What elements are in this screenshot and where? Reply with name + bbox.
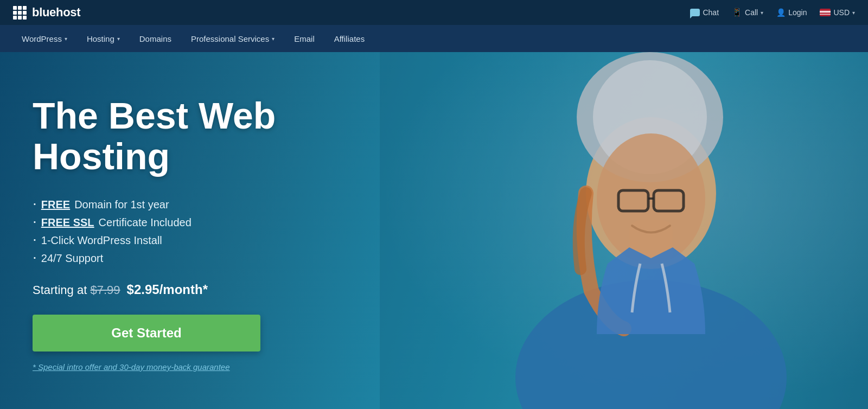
nav-domains[interactable]: Domains — [131, 29, 180, 49]
currency-label: USD — [833, 8, 850, 17]
nav-domains-label: Domains — [139, 34, 171, 43]
currency-selector[interactable]: USD ▾ — [820, 8, 855, 17]
nav-wordpress-label: WordPress — [22, 34, 62, 43]
original-price: $7.99 — [90, 283, 120, 297]
currency-chevron-icon: ▾ — [852, 10, 855, 16]
wordpress-chevron-icon: ▾ — [65, 36, 67, 42]
flag-icon — [820, 9, 831, 16]
feature-free-domain: FREE Domain for 1st year — [33, 199, 380, 211]
nav-bar: WordPress ▾ Hosting ▾ Domains Profession… — [0, 25, 868, 52]
chat-label: Chat — [703, 8, 719, 17]
feature-free-ssl-text: Certificate Included — [99, 216, 192, 229]
hero-title: The Best Web Hosting — [33, 95, 380, 177]
disclaimer-text[interactable]: * Special intro offer and 30-day money-b… — [33, 362, 380, 372]
hero-section: The Best Web Hosting FREE Domain for 1st… — [0, 52, 868, 409]
feature-wordpress-install: 1-Click WordPress Install — [33, 234, 380, 247]
sale-price: $2.95/month* — [127, 282, 208, 297]
hero-person-image — [380, 52, 868, 409]
nav-professional-services-label: Professional Services — [191, 34, 269, 43]
feature-wordpress-text: 1-Click WordPress Install — [41, 234, 162, 247]
nav-affiliates-label: Affiliates — [334, 34, 365, 43]
call-chevron-icon: ▾ — [761, 10, 763, 16]
feature-support: 24/7 Support — [33, 252, 380, 265]
brand-area: bluehost — [13, 5, 80, 20]
hero-features-list: FREE Domain for 1st year FREE SSL Certif… — [33, 199, 380, 265]
nav-email-label: Email — [294, 34, 315, 43]
login-label: Login — [788, 8, 807, 17]
hero-content: The Best Web Hosting FREE Domain for 1st… — [0, 52, 412, 409]
call-label: Call — [745, 8, 758, 17]
chat-icon — [690, 9, 700, 16]
price-starting-label: Starting at — [33, 283, 87, 297]
login-link[interactable]: 👤 Login — [776, 8, 807, 17]
nav-hosting[interactable]: Hosting ▾ — [78, 29, 129, 49]
feature-support-text: 24/7 Support — [41, 252, 104, 265]
chat-link[interactable]: Chat — [690, 8, 719, 17]
user-icon: 👤 — [776, 8, 786, 17]
nav-hosting-label: Hosting — [87, 34, 114, 43]
professional-services-chevron-icon: ▾ — [272, 36, 275, 42]
nav-email[interactable]: Email — [285, 29, 323, 49]
feature-free-domain-free: FREE — [41, 199, 70, 211]
get-started-button[interactable]: Get Started — [33, 315, 260, 352]
logo-grid-icon — [13, 6, 27, 20]
nav-affiliates[interactable]: Affiliates — [326, 29, 373, 49]
top-bar: bluehost Chat 📱 Call ▾ 👤 Login USD ▾ — [0, 0, 868, 25]
feature-free-ssl-free: FREE SSL — [41, 216, 94, 229]
feature-free-domain-text: Domain for 1st year — [74, 199, 169, 211]
phone-icon: 📱 — [732, 8, 742, 17]
top-bar-actions: Chat 📱 Call ▾ 👤 Login USD ▾ — [690, 8, 855, 17]
nav-professional-services[interactable]: Professional Services ▾ — [182, 29, 283, 49]
nav-wordpress[interactable]: WordPress ▾ — [13, 29, 76, 49]
hosting-chevron-icon: ▾ — [117, 36, 120, 42]
call-link[interactable]: 📱 Call ▾ — [732, 8, 763, 17]
hero-pricing: Starting at $7.99 $2.95/month* — [33, 282, 380, 297]
feature-free-ssl: FREE SSL Certificate Included — [33, 216, 380, 229]
brand-name: bluehost — [32, 5, 80, 20]
